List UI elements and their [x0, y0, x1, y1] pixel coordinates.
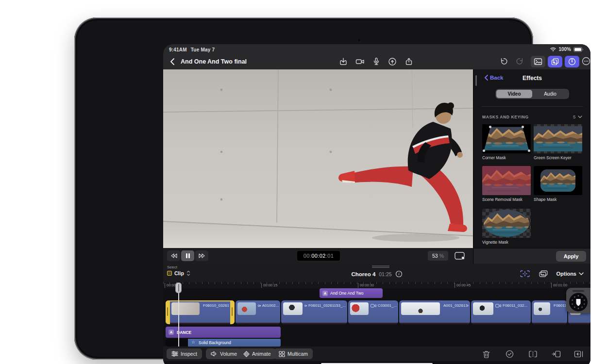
- project-duration: 01:25: [379, 271, 391, 277]
- clip-thumbnail: [283, 302, 303, 315]
- section-title: MASKS AND KEYING: [482, 115, 529, 119]
- clip-appearance-icon[interactable]: [539, 269, 548, 278]
- section-collapse-control[interactable]: 5: [573, 114, 582, 119]
- transport-controls: [167, 250, 208, 261]
- enable-clip-icon[interactable]: [505, 349, 514, 359]
- mask-corner[interactable]: Corner Mask: [482, 124, 531, 160]
- playback-bar: 00:00:02:01 53%: [163, 248, 473, 264]
- panel-title: Effects: [473, 75, 590, 82]
- project-name: Choreo 4: [351, 271, 375, 277]
- microphone-icon[interactable]: [371, 57, 382, 66]
- connected-title-lane: A DANCE: [163, 327, 590, 338]
- timeline-clip[interactable]: A001_0326134...: [399, 300, 470, 324]
- divider: [481, 106, 583, 107]
- ruler-label: 00:00:15: [261, 283, 277, 288]
- animate-button[interactable]: Animate: [238, 348, 276, 359]
- media-browser-icon[interactable]: [531, 56, 545, 67]
- mask-scene-removal[interactable]: Scene Removal Mask: [482, 166, 531, 202]
- camera-icon[interactable]: [354, 57, 365, 66]
- undo-icon[interactable]: [498, 57, 509, 66]
- back-chevron-icon[interactable]: [168, 57, 178, 66]
- screen: 9:41AMTue May 7 100% And One And Two fin…: [163, 44, 590, 364]
- jog-drag-handle[interactable]: [573, 290, 584, 292]
- timeline-clip[interactable]: F06011_032...: [471, 300, 531, 324]
- ipad-device-frame: 9:41AMTue May 7 100% And One And Two fin…: [74, 17, 533, 360]
- tab-video[interactable]: Video: [496, 90, 532, 98]
- rewind-button[interactable]: [167, 250, 180, 261]
- mask-label: Shape Mask: [534, 197, 582, 202]
- mask-label: Green Screen Keyer: [534, 155, 582, 160]
- clip-thumbnail: [237, 302, 256, 315]
- mask-green-screen[interactable]: Green Screen Keyer: [534, 124, 582, 160]
- timecode-prefix: 00:: [304, 253, 312, 259]
- clip-thumbnail: [473, 302, 493, 315]
- jog-dial-icon: [568, 293, 589, 312]
- insert-clip-icon[interactable]: [552, 349, 561, 359]
- fast-forward-button[interactable]: [195, 250, 208, 261]
- mask-shape[interactable]: Shape Mask: [534, 166, 582, 202]
- apply-button[interactable]: Apply: [556, 251, 586, 262]
- solid-background-clip[interactable]: ☆ Solid Background: [166, 339, 281, 347]
- mask-label: Corner Mask: [482, 155, 531, 160]
- timeline-clip[interactable]: F06011_03261153_...: [281, 300, 347, 324]
- title-clip-name: And One And Two: [330, 291, 363, 296]
- video-audio-segmented-control: Video Audio: [495, 89, 569, 99]
- clip-thumbnail: [534, 302, 550, 315]
- ruler-label: 00:00:45: [455, 283, 471, 288]
- top-bars: 9:41AMTue May 7 100% And One And Two fin…: [163, 44, 590, 69]
- effects-panel: Back Effects Video Audio MASKS AND KEYIN…: [473, 69, 590, 264]
- live-drawing-icon[interactable]: [387, 57, 398, 66]
- zoom-value: 53: [432, 253, 438, 259]
- mask-vignette[interactable]: Vignette Mask: [482, 209, 531, 245]
- clip-thumbnail: [350, 302, 369, 315]
- viewer-mode-icon[interactable]: [454, 250, 466, 261]
- dance-title-clip[interactable]: A DANCE: [166, 327, 281, 338]
- import-icon[interactable]: [338, 57, 349, 66]
- volume-button[interactable]: Volume: [206, 348, 242, 359]
- share-icon[interactable]: [404, 57, 414, 66]
- more-icon[interactable]: [581, 56, 590, 66]
- timeline-ruler[interactable]: 00:00:00 00:00:15 00:00:30 00:00:45 00:0…: [163, 282, 590, 288]
- front-camera: [357, 38, 361, 42]
- title-badge-icon: A: [322, 291, 328, 296]
- options-label: Options: [556, 271, 576, 277]
- title-clip[interactable]: A And One And Two: [320, 288, 383, 298]
- trim-handle-right[interactable]: [230, 300, 235, 324]
- battery-percent: 100%: [558, 47, 571, 52]
- tab-audio[interactable]: Audio: [532, 90, 568, 98]
- options-button[interactable]: Options: [556, 271, 584, 277]
- timeline-drag-handle[interactable]: [372, 265, 389, 268]
- volume-label: Volume: [220, 351, 237, 357]
- star-icon: ☆: [191, 340, 195, 345]
- video-viewer: [163, 69, 473, 248]
- trim-handle-left[interactable]: [166, 300, 170, 324]
- project-title: And One And Two final: [181, 58, 247, 65]
- inspect-label: Inspect: [181, 351, 197, 357]
- jog-wheel[interactable]: [566, 288, 590, 313]
- inspector-dial-icon[interactable]: [565, 56, 579, 67]
- pause-button[interactable]: [181, 250, 194, 261]
- status-date: Tue May 7: [191, 47, 215, 52]
- replace-clip-icon[interactable]: [528, 349, 538, 359]
- enhance-icon[interactable]: [519, 269, 531, 278]
- inspect-button[interactable]: Inspect: [167, 348, 202, 359]
- timecode-main: 00:02: [311, 253, 326, 259]
- effects-browser-icon[interactable]: [548, 56, 562, 67]
- zoom-level-control[interactable]: 53%: [428, 251, 448, 261]
- multicam-button[interactable]: Multicam: [274, 348, 313, 359]
- overwrite-clip-icon[interactable]: [574, 349, 583, 359]
- timeline-clip[interactable]: F06010_03261118: [166, 300, 235, 324]
- delete-icon[interactable]: [482, 349, 491, 359]
- playhead-handle[interactable]: [175, 282, 182, 293]
- background-clip-name: Solid Background: [199, 340, 231, 345]
- wifi-icon: [550, 47, 556, 51]
- ruler-label: 00:00:30: [358, 283, 374, 288]
- timeline-clip[interactable]: C03001_...: [348, 300, 398, 324]
- timecode-suffix: :01: [326, 253, 334, 259]
- clip-thumbnail: [171, 302, 200, 315]
- info-icon[interactable]: i: [395, 270, 403, 278]
- title-badge-icon: A: [169, 330, 174, 335]
- section-count: 5: [573, 114, 576, 119]
- timeline-clip[interactable]: F06011_03...: [532, 300, 567, 324]
- timeline-clip[interactable]: A01002...: [236, 300, 280, 324]
